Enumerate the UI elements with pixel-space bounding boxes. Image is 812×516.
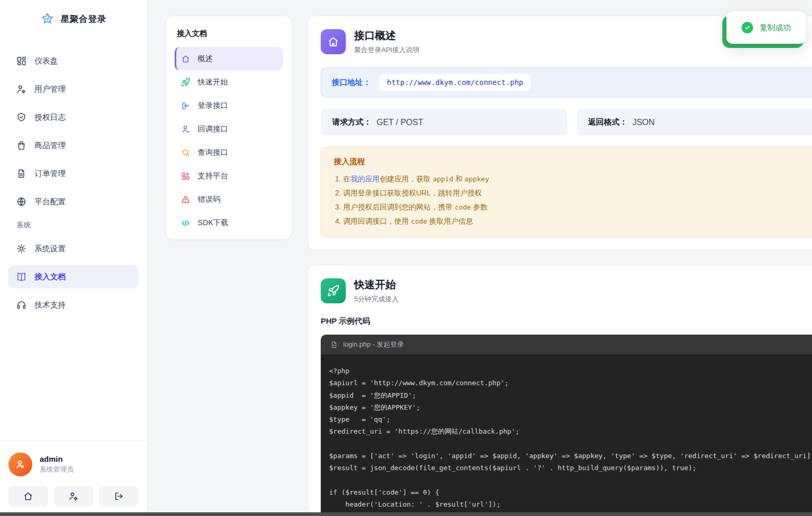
flow-code: appid (433, 175, 453, 183)
alert-triangle-icon (181, 195, 190, 204)
flow-text: 用户授权后回调到您的网站，携带 (343, 203, 455, 211)
code-section-label: PHP 示例代码 (321, 316, 812, 326)
response-format-value: JSON (633, 118, 655, 127)
sidebar-item-system-settings[interactable]: 系统设置 (8, 237, 139, 260)
request-method-box: 请求方式： GET / POST (321, 109, 567, 136)
flow-title: 接入流程 (334, 157, 810, 167)
docs-nav-item-platforms[interactable]: 支持平台 (175, 164, 283, 188)
flow-code: appkey (465, 175, 489, 183)
sidebar-item-dashboard[interactable]: 仪表盘 (8, 50, 139, 72)
footer-buttons (8, 486, 139, 507)
sidebar-item-label: 仪表盘 (34, 56, 58, 66)
sidebar-section-label: 系统 (17, 220, 139, 230)
sidebar-menu: 仪表盘 用户管理 授权日志 商品管理 订单管理 平台配置 系统 (0, 38, 147, 322)
flow-code: code (455, 203, 471, 211)
globe-icon (16, 196, 27, 207)
shopping-bag-icon (16, 140, 27, 151)
sidebar-item-auth-logs[interactable]: 授权日志 (8, 106, 139, 129)
response-format-box: 返回格式： JSON (577, 109, 812, 136)
request-method-label: 请求方式： (332, 117, 371, 127)
sidebar-item-users[interactable]: 用户管理 (8, 78, 139, 101)
toast-text: 复制成功 (760, 23, 791, 33)
shield-check-icon (16, 112, 27, 122)
sidebar-item-label: 接入文档 (34, 272, 66, 282)
sidebar-item-support[interactable]: 技术支持 (8, 293, 139, 316)
quickstart-card: 快速开始 5分钟完成接入 PHP 示例代码 login.php - 发起登录 <… (308, 265, 812, 516)
docs-nav-item-query-api[interactable]: 查询接口 (175, 141, 283, 164)
flow-code: code (411, 217, 427, 225)
docs-nav-label: 快速开始 (198, 77, 228, 87)
sidebar-item-products[interactable]: 商品管理 (8, 134, 139, 157)
docs-nav-item-error-codes[interactable]: 错误码 (175, 188, 283, 211)
section-title: 快速开始 (354, 278, 398, 292)
request-method-value: GET / POST (377, 118, 423, 127)
headphones-icon (16, 300, 27, 310)
home-button[interactable] (8, 486, 48, 507)
horizontal-scrollbar[interactable] (0, 512, 812, 516)
sidebar-item-label: 商品管理 (34, 141, 66, 151)
code-line: $appid = '您的APPID'; (329, 389, 812, 401)
docs-nav-label: 支持平台 (198, 171, 228, 181)
my-apps-link[interactable]: 我的应用 (350, 175, 380, 183)
logout-button[interactable] (99, 486, 139, 507)
code-header: login.php - 发起登录 (321, 335, 812, 354)
home-icon (181, 54, 190, 64)
code-block: login.php - 发起登录 <?php $apiurl = 'http:/… (321, 335, 812, 516)
app-root: 星聚合登录 仪表盘 用户管理 授权日志 商品管理 订单管理 (0, 0, 812, 516)
section-subtitle: 5分钟完成接入 (354, 294, 398, 304)
docs-nav-item-login-api[interactable]: 登录接口 (175, 94, 283, 117)
user-name: admin (40, 454, 74, 463)
book-open-icon (16, 272, 27, 282)
flow-text: 调用回调接口，使用 (343, 217, 411, 225)
quickstart-header: 快速开始 5分钟完成接入 (321, 278, 812, 304)
code-line: $result = json_decode(file_get_contents(… (329, 462, 812, 474)
main-column: 接口概述 聚合登录API接入说明 接口地址： http://www.dkym.c… (308, 16, 812, 516)
check-circle-icon (742, 22, 753, 33)
code-line: $redirect_uri = 'https://您的网站/callback.p… (329, 425, 812, 437)
sidebar-footer: admin 系统管理员 (0, 440, 147, 516)
overview-card: 接口概述 聚合登录API接入说明 接口地址： http://www.dkym.c… (308, 16, 812, 250)
grid-plus-icon (181, 171, 190, 181)
sidebar-item-label: 订单管理 (34, 169, 66, 179)
login-icon (181, 101, 190, 110)
profile-settings-button[interactable] (54, 486, 93, 507)
home-icon (321, 29, 346, 54)
file-text-icon (16, 168, 27, 179)
request-info-row: 请求方式： GET / POST 返回格式： JSON (321, 109, 812, 136)
code-line: $appkey = '您的APPKEY'; (329, 401, 812, 413)
rocket-icon (321, 278, 346, 303)
quickstart-heading: 快速开始 5分钟完成接入 (354, 278, 398, 304)
docs-nav-item-overview[interactable]: 概述 (175, 47, 283, 70)
content-area: 接入文档 概述 快速开始 登录接口 回调接口 查询接口 (148, 0, 812, 516)
api-url-value[interactable]: http://www.dkym.com/connect.php (379, 74, 531, 91)
flow-text: 调用登录接口获取授权URL，跳转用户授权 (343, 189, 482, 197)
docs-nav-title: 接入文档 (177, 29, 283, 39)
user-role: 系统管理员 (40, 465, 74, 474)
code-line (329, 474, 812, 486)
home-icon (23, 491, 33, 501)
code-line: header('Location: ' . $result['url']); (329, 498, 812, 510)
docs-nav-item-quickstart[interactable]: 快速开始 (175, 70, 283, 94)
page-title: 接口概述 (354, 29, 419, 43)
code-line (329, 438, 812, 450)
flow-text: 创建应用，获取 (380, 175, 433, 183)
docs-nav-label: 登录接口 (198, 101, 228, 110)
file-icon (330, 341, 338, 349)
code-line: <?php (329, 365, 812, 377)
flow-step: 用户授权后回调到您的网站，携带 code 参数 (343, 200, 810, 214)
sidebar-item-platform-config[interactable]: 平台配置 (8, 190, 139, 213)
code-icon (181, 218, 190, 228)
docs-nav-item-sdk-download[interactable]: SDK下载 (175, 211, 283, 235)
user-gear-icon (16, 84, 27, 94)
flow-text: 换取用户信息 (427, 217, 473, 225)
sidebar-item-orders[interactable]: 订单管理 (8, 162, 139, 185)
docs-nav-item-callback-api[interactable]: 回调接口 (175, 117, 283, 141)
sidebar-item-label: 技术支持 (34, 300, 66, 310)
page-subtitle: 聚合登录API接入说明 (354, 45, 419, 55)
code-filename: login.php - 发起登录 (343, 340, 404, 349)
star-logo-icon (41, 12, 54, 26)
user-block: admin 系统管理员 (8, 452, 139, 476)
docs-nav-label: 错误码 (198, 194, 221, 204)
sidebar-item-docs[interactable]: 接入文档 (8, 265, 139, 288)
flow-step: 调用登录接口获取授权URL，跳转用户授权 (343, 186, 810, 200)
